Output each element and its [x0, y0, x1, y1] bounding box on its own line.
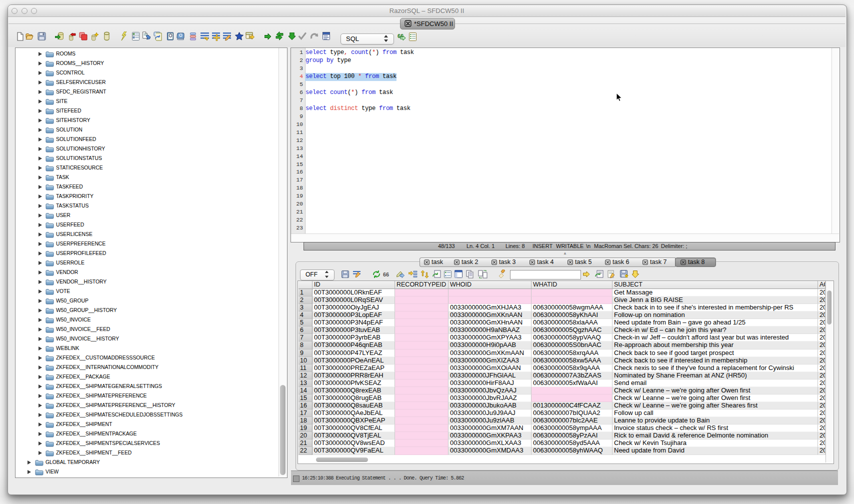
- svg-text:66: 66: [383, 272, 389, 278]
